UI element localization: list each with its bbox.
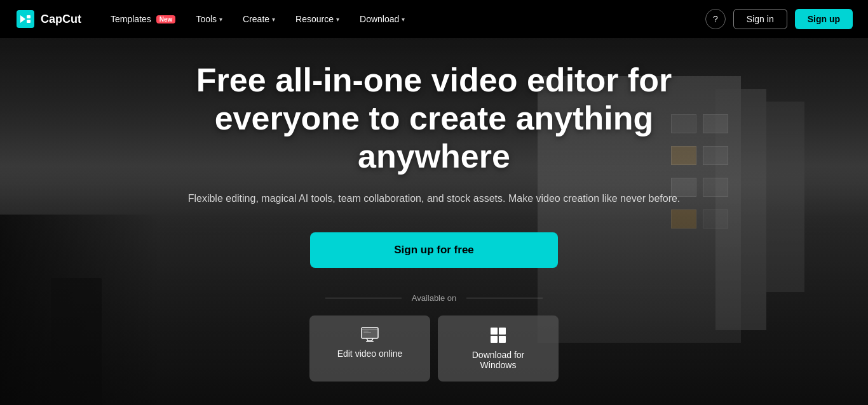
platform-buttons: Edit video online Download for Windows xyxy=(161,315,707,382)
download-windows-label: Download for Windows xyxy=(457,350,539,370)
svg-rect-7 xyxy=(363,332,371,333)
svg-rect-2 xyxy=(27,20,31,23)
monitor-icon xyxy=(361,327,379,342)
create-chevron-icon: ▾ xyxy=(272,16,275,23)
hero-content: Free all-in-one video editor for everyon… xyxy=(148,62,720,382)
hero-title: Free all-in-one video editor for everyon… xyxy=(161,62,707,175)
download-label: Download xyxy=(360,14,399,24)
hero-subtitle: Flexible editing, magical AI tools, team… xyxy=(161,190,707,207)
resource-label: Resource xyxy=(295,14,334,24)
edit-online-label: Edit video online xyxy=(337,349,403,359)
nav-item-download[interactable]: Download ▾ xyxy=(351,9,414,29)
windows-icon xyxy=(490,327,506,343)
logo-icon xyxy=(15,9,36,29)
available-on-row: Available on xyxy=(161,293,707,303)
svg-rect-8 xyxy=(366,341,374,342)
logo-text: CapCut xyxy=(41,13,81,26)
svg-rect-1 xyxy=(27,15,31,18)
nav-links: Templates New Tools ▾ Create ▾ Resource … xyxy=(102,9,705,29)
divider-left xyxy=(325,298,402,298)
help-button[interactable]: ? xyxy=(705,9,726,29)
divider-right xyxy=(466,298,543,298)
nav-item-tools[interactable]: Tools ▾ xyxy=(187,9,231,29)
svg-rect-9 xyxy=(491,328,498,335)
nav-right: ? Sign in Sign up xyxy=(705,9,853,29)
svg-rect-11 xyxy=(491,336,498,343)
nav-item-resource[interactable]: Resource ▾ xyxy=(287,9,348,29)
svg-rect-10 xyxy=(499,328,506,335)
svg-rect-12 xyxy=(499,336,506,343)
signup-button[interactable]: Sign up xyxy=(795,9,853,29)
nav-item-create[interactable]: Create ▾ xyxy=(234,9,284,29)
svg-rect-6 xyxy=(363,331,369,331)
tools-label: Tools xyxy=(196,14,217,24)
templates-badge: New xyxy=(156,15,176,23)
download-windows-button[interactable]: Download for Windows xyxy=(438,315,559,382)
svg-rect-5 xyxy=(362,329,377,330)
nav-item-templates[interactable]: Templates New xyxy=(102,9,184,29)
signin-button[interactable]: Sign in xyxy=(733,9,787,29)
templates-label: Templates xyxy=(111,14,151,24)
hero-section: Free all-in-one video editor for everyon… xyxy=(0,38,868,405)
download-chevron-icon: ▾ xyxy=(402,16,405,23)
resource-chevron-icon: ▾ xyxy=(336,16,339,23)
logo[interactable]: CapCut xyxy=(15,9,81,29)
create-label: Create xyxy=(243,14,269,24)
navbar: CapCut Templates New Tools ▾ Create ▾ Re… xyxy=(0,0,868,38)
tools-chevron-icon: ▾ xyxy=(219,16,222,23)
edit-online-button[interactable]: Edit video online xyxy=(309,315,430,382)
signup-cta-button[interactable]: Sign up for free xyxy=(310,232,558,268)
available-on-label: Available on xyxy=(412,293,457,303)
